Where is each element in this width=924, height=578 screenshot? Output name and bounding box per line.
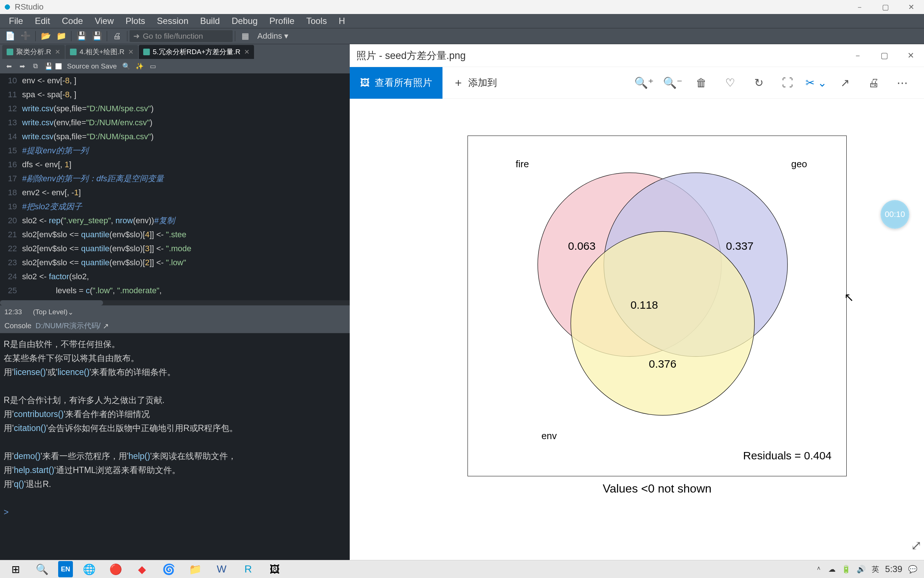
code-line[interactable]: 17#剔除env的第一列：dfs距离是空间变量	[0, 172, 350, 186]
add-to-button[interactable]: ＋ 添加到	[442, 75, 507, 90]
code-editor[interactable]: 10env <- env[-8, ]11spa <- spa[-8, ]12wr…	[0, 74, 350, 300]
menu-session[interactable]: Session	[151, 16, 194, 26]
edge-icon[interactable]: 🌀	[158, 561, 179, 577]
open-file-button[interactable]: 📂	[39, 29, 52, 43]
chrome-icon[interactable]: 🔴	[105, 561, 126, 577]
code-line[interactable]: 18env2 <- env[, -1]	[0, 186, 350, 200]
tray-chevron-icon[interactable]: ＾	[815, 564, 822, 574]
tab-cluster[interactable]: 聚类分析.R✕	[2, 45, 65, 59]
addins-menu[interactable]: Addins ▾	[257, 31, 288, 41]
onedrive-icon[interactable]: ☁	[828, 565, 836, 573]
menu-debug[interactable]: Debug	[226, 16, 264, 26]
rstudio-taskbar-icon[interactable]: R	[238, 561, 259, 577]
notifications-icon[interactable]: 💬	[908, 565, 918, 573]
close-icon[interactable]: ✕	[128, 48, 134, 56]
code-line[interactable]: 11spa <- spa[-8, ]	[0, 88, 350, 102]
venn-caption: Values <0 not shown	[468, 482, 847, 495]
editor-toolbar: ⬅ ➡ ⧉ 💾 Source on Save 🔍 ✨ ▭	[0, 59, 350, 74]
edit-button[interactable]: ✂ ⌄	[802, 72, 830, 94]
code-line[interactable]: 21slo2[env$slo <= quantile(env$slo)[4]] …	[0, 228, 350, 242]
app-title: RStudio	[15, 2, 44, 12]
clock[interactable]: 5:39	[885, 564, 902, 574]
console-line	[4, 491, 346, 505]
code-line[interactable]: 15#提取env的第一列	[0, 144, 350, 157]
menu-profile[interactable]: Profile	[264, 16, 300, 26]
new-project-button[interactable]: ➕	[19, 29, 32, 43]
save-button[interactable]: 💾	[75, 29, 88, 43]
ime-indicator[interactable]: 英	[872, 564, 879, 574]
run-icon[interactable]: ↗	[103, 321, 109, 330]
open-recent-button[interactable]: 📁	[55, 29, 68, 43]
tab-corr[interactable]: 4.相关+绘图.R✕	[66, 45, 138, 59]
maximize-button[interactable]: ▢	[872, 0, 898, 14]
favorite-button[interactable]: ♡	[716, 72, 744, 94]
search-button[interactable]: 🔍	[32, 561, 52, 577]
save-editor-button[interactable]: 💾	[43, 61, 54, 72]
app-icon[interactable]: ◆	[132, 561, 152, 577]
code-line[interactable]: 10env <- env[-8, ]	[0, 74, 350, 88]
console[interactable]: R是自由软件，不带任何担保。在某些条件下你可以将其自由散布。用'license(…	[0, 333, 350, 567]
forward-button[interactable]: ➡	[16, 61, 28, 72]
share-button[interactable]: ↗	[830, 72, 859, 94]
close-icon[interactable]: ✕	[55, 48, 60, 56]
minimize-button[interactable]: －	[847, 0, 872, 14]
close-icon[interactable]: ✕	[244, 48, 249, 56]
code-line[interactable]: 14write.csv(spa,file="D:/NUM/spa.csv")	[0, 130, 350, 144]
menu-file[interactable]: File	[3, 16, 29, 26]
code-line[interactable]: 20slo2 <- rep(".very_steep", nrow(env))#…	[0, 214, 350, 228]
show-in-new-window-button[interactable]: ⧉	[30, 61, 41, 72]
menu-tools[interactable]: Tools	[300, 16, 333, 26]
wand-button[interactable]: ✨	[134, 61, 145, 72]
notebook-button[interactable]: ▭	[147, 61, 158, 72]
start-button[interactable]: ⊞	[5, 561, 26, 577]
more-button[interactable]: ⋯	[888, 72, 917, 94]
tab-rda[interactable]: 5.冗余分析RDA+方差分量.R✕	[139, 45, 254, 59]
code-line[interactable]: 22slo2[env$slo <= quantile(env$slo)[3]] …	[0, 242, 350, 256]
photos-close-button[interactable]: ✕	[898, 44, 924, 67]
resize-grip-icon[interactable]: ⤢	[911, 538, 922, 553]
scope-selector[interactable]: (Top Level) ⌄	[33, 308, 74, 317]
zoom-in-button[interactable]: 🔍⁺	[629, 72, 658, 94]
menu-code[interactable]: Code	[56, 16, 89, 26]
word-icon[interactable]: W	[211, 561, 232, 577]
photos-taskbar-icon[interactable]: 🖼	[264, 561, 285, 577]
menu-view[interactable]: View	[89, 16, 120, 26]
print-button[interactable]: 🖨	[110, 29, 124, 43]
view-all-photos-button[interactable]: 🖼 查看所有照片	[350, 67, 442, 99]
save-all-button[interactable]: 💾	[90, 29, 104, 43]
lang-indicator[interactable]: EN	[58, 561, 73, 577]
crop-button[interactable]: ⛶	[773, 72, 802, 94]
code-line[interactable]: 24slo2 <- factor(slo2,	[0, 270, 350, 284]
value-env: 0.376	[649, 358, 676, 370]
volume-icon[interactable]: 🔊	[857, 565, 866, 573]
code-line[interactable]: 23slo2[env$slo <= quantile(env$slo)[2]] …	[0, 256, 350, 270]
editor-scrollbar[interactable]	[0, 300, 350, 305]
menu-plots[interactable]: Plots	[120, 16, 151, 26]
new-file-button[interactable]: 📄	[3, 29, 16, 43]
rotate-button[interactable]: ↻	[744, 72, 773, 94]
code-line[interactable]: 16dfs <- env[, 1]	[0, 157, 350, 172]
source-on-save-checkbox[interactable]	[55, 63, 62, 70]
ie-icon[interactable]: 🌐	[79, 561, 99, 577]
print-photo-button[interactable]: 🖨	[859, 72, 888, 94]
photos-minimize-button[interactable]: －	[845, 44, 871, 67]
code-line[interactable]: 12write.csv(spe,file="D:/NUM/spe.csv")	[0, 102, 350, 116]
find-button[interactable]: 🔍	[121, 61, 132, 72]
grid-icon[interactable]: ▦	[239, 29, 252, 43]
menu-edit[interactable]: Edit	[29, 16, 56, 26]
zoom-out-button[interactable]: 🔍⁻	[658, 72, 687, 94]
code-line[interactable]: 26table(slo2)	[0, 298, 350, 300]
close-button[interactable]: ✕	[898, 0, 924, 14]
menu-help[interactable]: H	[333, 16, 351, 26]
code-line[interactable]: 25 levels = c(".low", ".moderate",	[0, 284, 350, 298]
delete-button[interactable]: 🗑	[687, 72, 716, 94]
battery-icon[interactable]: 🔋	[841, 565, 851, 573]
photos-maximize-button[interactable]: ▢	[871, 44, 898, 67]
code-line[interactable]: 19#把slo2变成因子	[0, 200, 350, 214]
goto-file-input[interactable]: ➜Go to file/function	[129, 30, 233, 42]
explorer-icon[interactable]: 📁	[185, 561, 206, 577]
menu-build[interactable]: Build	[194, 16, 226, 26]
back-button[interactable]: ⬅	[3, 61, 15, 72]
console-line: 在某些条件下你可以将其自由散布。	[4, 351, 346, 365]
code-line[interactable]: 13write.csv(env,file="D:/NUM/env.csv")	[0, 116, 350, 130]
